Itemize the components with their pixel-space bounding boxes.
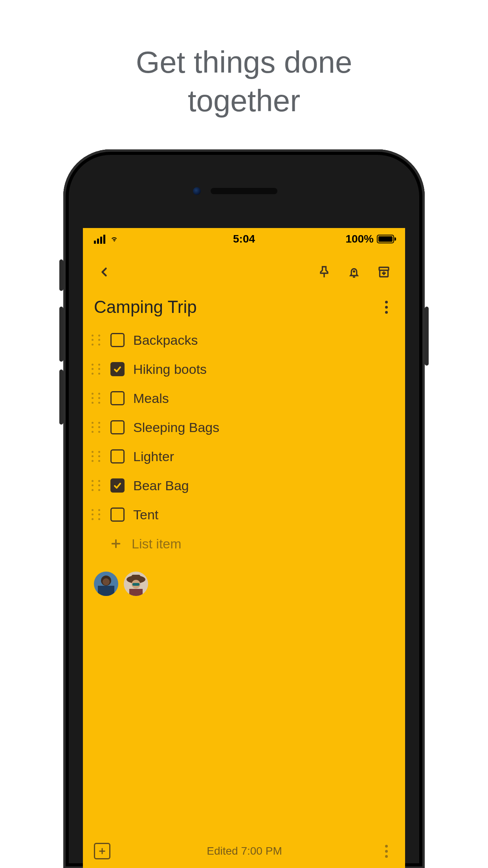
chevron-left-icon xyxy=(97,265,111,279)
phone-volume-up xyxy=(59,307,63,362)
svg-point-12 xyxy=(103,578,110,585)
svg-rect-4 xyxy=(379,267,389,270)
battery-percent: 100% xyxy=(345,233,374,245)
checklist: BackpacksHiking bootsMealsSleeping BagsL… xyxy=(83,322,405,558)
note-toolbar xyxy=(83,250,405,286)
plus-icon xyxy=(109,537,123,551)
battery-icon xyxy=(377,235,394,243)
checkbox[interactable] xyxy=(110,508,125,522)
list-item: Backpacks xyxy=(90,326,394,355)
drag-handle-icon[interactable] xyxy=(90,509,102,520)
list-item: Lighter xyxy=(90,442,394,471)
phone-mute-switch xyxy=(59,259,63,291)
screen: 5:04 100% Camping Trip xyxy=(83,228,405,868)
list-item: Hiking boots xyxy=(90,355,394,384)
pin-button[interactable] xyxy=(314,262,334,282)
more-vertical-icon xyxy=(385,301,388,314)
phone-volume-down xyxy=(59,370,63,425)
checkbox[interactable] xyxy=(110,420,125,434)
status-bar: 5:04 100% xyxy=(83,228,405,250)
reminder-button[interactable] xyxy=(344,262,364,282)
drag-handle-icon[interactable] xyxy=(90,421,102,433)
note-more-button[interactable] xyxy=(378,301,394,314)
checkbox[interactable] xyxy=(110,478,125,493)
svg-rect-16 xyxy=(132,575,140,580)
edited-timestamp: Edited 7:00 PM xyxy=(110,845,378,857)
list-item: Tent xyxy=(90,500,394,529)
checkbox[interactable] xyxy=(110,449,125,463)
status-time: 5:04 xyxy=(194,233,294,245)
list-item-label[interactable]: Hiking boots xyxy=(133,362,207,377)
phone-power-button xyxy=(425,307,429,366)
phone-speaker xyxy=(211,188,277,194)
list-item: Meals xyxy=(90,384,394,413)
svg-rect-18 xyxy=(132,583,139,586)
more-vertical-icon xyxy=(385,845,388,858)
drag-handle-icon[interactable] xyxy=(90,334,102,346)
cellular-signal-icon xyxy=(94,235,105,244)
list-item-label[interactable]: Sleeping Bags xyxy=(133,420,219,435)
pin-icon xyxy=(317,265,331,279)
marketing-headline: Get things done together xyxy=(0,0,488,120)
add-item-placeholder: List item xyxy=(132,536,182,552)
bottom-more-button[interactable] xyxy=(378,845,394,858)
avatar[interactable] xyxy=(94,572,118,596)
list-item-label[interactable]: Bear Bag xyxy=(133,478,189,493)
list-item: Sleeping Bags xyxy=(90,413,394,442)
checkbox[interactable] xyxy=(110,362,125,376)
checkbox[interactable] xyxy=(110,333,125,347)
svg-rect-11 xyxy=(98,586,114,596)
wifi-icon xyxy=(109,235,119,243)
list-item-label[interactable]: Meals xyxy=(133,391,169,406)
archive-button[interactable] xyxy=(374,262,394,282)
bell-add-icon xyxy=(347,265,361,279)
drag-handle-icon[interactable] xyxy=(90,480,102,491)
headline-line-2: together xyxy=(0,82,488,120)
list-item: Bear Bag xyxy=(90,471,394,500)
list-item-label[interactable]: Tent xyxy=(133,507,158,522)
drag-handle-icon[interactable] xyxy=(90,392,102,404)
phone-frame: 5:04 100% Camping Trip xyxy=(63,149,425,868)
collaborators-row xyxy=(83,558,405,609)
archive-icon xyxy=(377,265,391,279)
add-content-button[interactable] xyxy=(94,843,110,859)
headline-line-1: Get things done xyxy=(0,43,488,82)
avatar[interactable] xyxy=(124,572,148,596)
note-title[interactable]: Camping Trip xyxy=(94,297,378,317)
checkbox[interactable] xyxy=(110,391,125,405)
back-button[interactable] xyxy=(94,262,114,282)
bottom-bar: Edited 7:00 PM xyxy=(83,833,405,868)
drag-handle-icon[interactable] xyxy=(90,363,102,375)
svg-rect-19 xyxy=(129,589,143,596)
list-item-label[interactable]: Backpacks xyxy=(133,333,198,348)
plus-icon xyxy=(98,847,106,855)
phone-front-camera xyxy=(193,187,201,195)
add-list-item[interactable]: List item xyxy=(90,529,394,558)
drag-handle-icon[interactable] xyxy=(90,451,102,462)
list-item-label[interactable]: Lighter xyxy=(133,449,174,464)
